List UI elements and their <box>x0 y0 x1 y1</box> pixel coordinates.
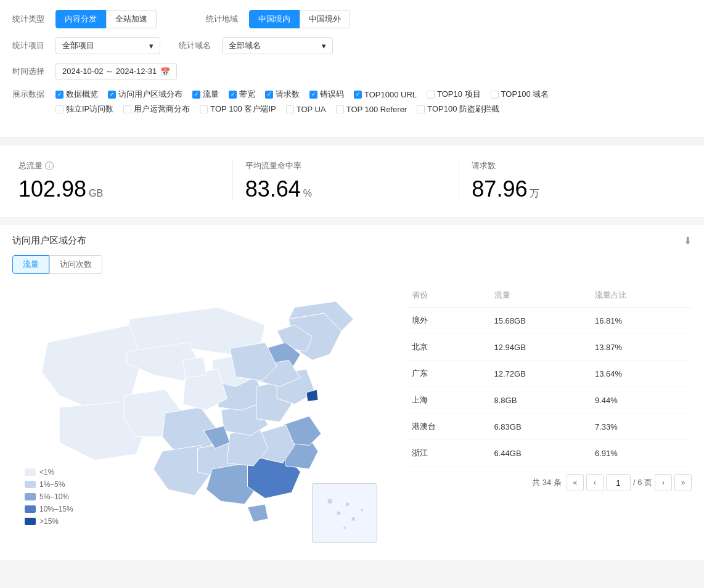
cell-province: 北京 <box>407 334 489 361</box>
stat-total-flow: 总流量 i 102.98 GB <box>18 160 233 202</box>
svg-point-2 <box>337 512 341 515</box>
cb-top100clientip[interactable]: TOP 100 客户端IP <box>200 104 276 115</box>
legend-item-0: <1% <box>25 468 73 476</box>
legend-color-4 <box>25 518 36 525</box>
map-tab-bar: 流量 访问次数 <box>12 255 692 274</box>
date-range-value: 2024-10-02 ～ 2024-12-31 <box>62 66 157 77</box>
table-row: 境外 15.68GB 16.81% <box>407 308 692 334</box>
table-header-row: 省份 流量 流量占比 <box>407 284 692 308</box>
cell-province: 境外 <box>407 308 489 334</box>
stat-domain-label: 统计域名 <box>179 40 222 51</box>
cb-overview-box <box>55 91 63 99</box>
cell-province: 广东 <box>407 361 489 387</box>
page-number-input[interactable] <box>606 474 631 491</box>
cb-flow[interactable]: 流量 <box>192 89 219 100</box>
map-content: <1% 1%–5% 5%–10% 10%–15% >15% <box>12 284 692 550</box>
cell-flow: 6.44GB <box>489 440 590 467</box>
cb-uniqueip[interactable]: 独立IP访问数 <box>55 104 113 115</box>
cb-top100antihotlink-box <box>417 105 425 113</box>
stat-project-select[interactable]: 全部项目 ▾ <box>55 37 160 54</box>
svg-point-5 <box>361 509 364 512</box>
request-label: 请求数 <box>472 160 496 171</box>
cell-ratio: 9.44% <box>590 387 692 414</box>
cb-top10project[interactable]: TOP10 项目 <box>427 89 481 100</box>
time-label: 时间选择 <box>12 66 55 77</box>
cell-ratio: 13.64% <box>590 361 692 387</box>
stat-region-overseas[interactable]: 中国境外 <box>300 10 350 28</box>
cb-top1000url[interactable]: TOP1000 URL <box>354 90 417 99</box>
display-data-label: 展示数据 <box>12 89 55 100</box>
legend-item-3: 10%–15% <box>25 505 73 513</box>
cell-flow: 12.94GB <box>489 334 590 361</box>
map-table-area: 省份 流量 流量占比 境外 15.68GB 16.81% 北京 12.94GB … <box>395 284 692 550</box>
calendar-icon: 📅 <box>160 67 170 76</box>
map-panel-header: 访问用户区域分布 ⬇ <box>12 235 692 247</box>
stat-type-fullsite[interactable]: 全站加速 <box>106 10 157 28</box>
avg-hit-value: 83.64 <box>245 176 301 202</box>
table-row: 广东 12.72GB 13.64% <box>407 361 692 387</box>
last-page-button[interactable]: » <box>674 474 692 491</box>
tab-flow[interactable]: 流量 <box>12 255 49 274</box>
cell-ratio: 6.91% <box>590 440 692 467</box>
svg-point-3 <box>346 502 350 506</box>
cb-bandwidth-box <box>229 91 237 99</box>
legend-item-2: 5%–10% <box>25 492 73 501</box>
cb-top100domain[interactable]: TOP100 域名 <box>491 89 549 100</box>
cb-isp[interactable]: 用户运营商分布 <box>123 104 190 115</box>
legend-color-3 <box>25 505 36 513</box>
stat-region-domestic[interactable]: 中国境内 <box>249 10 300 28</box>
cb-errors-box <box>309 91 317 99</box>
stat-type-label: 统计类型 <box>12 14 55 25</box>
cb-topua[interactable]: TOP UA <box>286 105 326 114</box>
next-page-button[interactable]: › <box>655 474 672 491</box>
cb-top100antihotlink[interactable]: TOP100 防盗刷拦截 <box>417 104 499 115</box>
cb-errors[interactable]: 错误码 <box>309 89 344 100</box>
total-flow-info-icon[interactable]: i <box>45 161 54 170</box>
cb-top100referer[interactable]: TOP 100 Referer <box>336 105 407 114</box>
cell-flow: 15.68GB <box>489 308 590 334</box>
legend-item-4: >15% <box>25 517 73 526</box>
china-map-area: <1% 1%–5% 5%–10% 10%–15% >15% <box>12 284 395 550</box>
cb-region-box <box>108 91 116 99</box>
cb-bandwidth[interactable]: 带宽 <box>229 89 255 100</box>
cb-overview[interactable]: 数据概览 <box>55 89 98 100</box>
stat-type-content[interactable]: 内容分发 <box>55 10 106 28</box>
stat-avg-hit: 平均流量命中率 83.64 % <box>233 160 460 202</box>
download-icon[interactable]: ⬇ <box>684 235 692 247</box>
map-panel: 访问用户区域分布 ⬇ 流量 访问次数 <box>0 225 704 560</box>
cell-ratio: 7.33% <box>590 414 692 440</box>
prev-page-button[interactable]: ‹ <box>586 474 604 491</box>
total-flow-label: 总流量 <box>18 160 43 171</box>
cb-top10project-box <box>427 91 435 99</box>
total-pages: / 6 页 <box>633 477 652 488</box>
cb-requests-box <box>265 91 273 99</box>
legend-label-1: 1%–5% <box>39 480 65 489</box>
first-page-button[interactable]: « <box>567 474 584 491</box>
stat-region-toggle: 中国境内 中国境外 <box>249 10 350 28</box>
stat-domain-value: 全部域名 <box>229 40 261 51</box>
total-records: 共 34 条 <box>532 477 562 488</box>
stats-panel: 总流量 i 102.98 GB 平均流量命中率 83.64 % 请求数 87.9… <box>0 145 704 218</box>
legend-color-1 <box>25 481 36 488</box>
stat-region-label: 统计地域 <box>206 14 249 25</box>
legend-color-0 <box>25 468 36 476</box>
avg-hit-unit: % <box>303 188 312 199</box>
cb-requests[interactable]: 请求数 <box>265 89 300 100</box>
tab-visits[interactable]: 访问次数 <box>49 255 102 274</box>
cell-province: 上海 <box>407 387 489 414</box>
cb-region[interactable]: 访问用户区域分布 <box>108 89 182 100</box>
cell-ratio: 16.81% <box>590 308 692 334</box>
stat-requests: 请求数 87.96 万 <box>459 160 686 202</box>
total-flow-value: 102.98 <box>18 176 86 202</box>
cb-isp-box <box>123 105 131 113</box>
map-legend: <1% 1%–5% 5%–10% 10%–15% >15% <box>25 468 73 526</box>
date-range-input[interactable]: 2024-10-02 ～ 2024-12-31 📅 <box>55 63 177 80</box>
col-province: 省份 <box>407 284 489 308</box>
stat-domain-select[interactable]: 全部域名 ▾ <box>222 37 333 54</box>
svg-point-4 <box>351 517 355 521</box>
legend-label-4: >15% <box>39 517 59 526</box>
svg-rect-0 <box>312 484 377 542</box>
cb-flow-box <box>192 91 200 99</box>
cb-topua-box <box>286 105 294 113</box>
svg-point-1 <box>327 499 332 504</box>
